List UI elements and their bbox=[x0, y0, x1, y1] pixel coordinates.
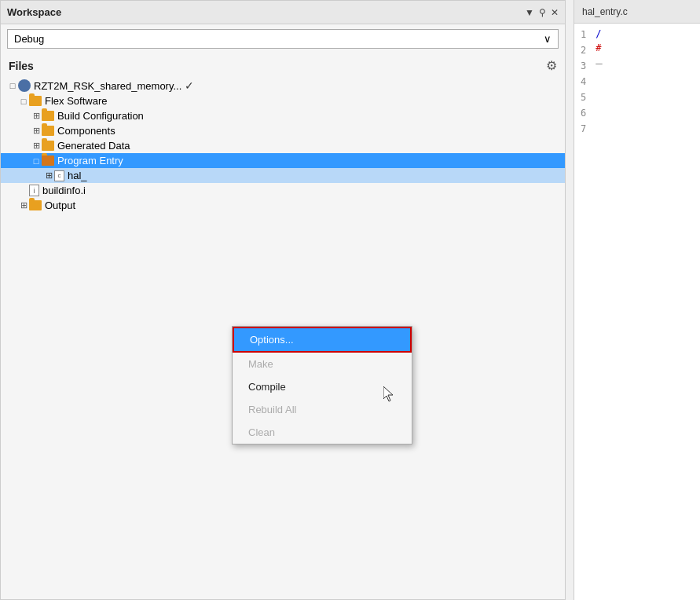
buildinfo-label: buildinfo.i bbox=[42, 185, 86, 196]
code-content-area: 1 2 3 4 5 6 7 / # — bbox=[574, 24, 700, 140]
line-numbers: 1 2 3 4 5 6 7 bbox=[574, 24, 592, 140]
debug-dropdown-arrow: ∨ bbox=[544, 33, 552, 45]
expand-icon-generated[interactable]: ⊞ bbox=[31, 141, 42, 151]
line-num-6: 6 bbox=[574, 105, 592, 121]
close-icon[interactable]: ✕ bbox=[551, 7, 559, 18]
file-icon-hal: c bbox=[54, 170, 64, 181]
options-label: Options... bbox=[250, 334, 294, 346]
code-line-7 bbox=[596, 114, 602, 128]
code-editor-panel: hal_entry.c 1 2 3 4 5 6 7 / # — bbox=[574, 0, 700, 600]
tree-item-program-entry[interactable]: □ Program Entry bbox=[1, 153, 565, 168]
code-line-6 bbox=[596, 100, 602, 114]
expand-icon-build[interactable]: ⊞ bbox=[31, 111, 42, 121]
workspace-panel: Workspace ▼ ⚲ ✕ Debug ∨ Files ⚙ □ RZT2M_… bbox=[0, 0, 566, 600]
context-menu-item-options[interactable]: Options... bbox=[234, 328, 410, 351]
project-icon bbox=[18, 79, 31, 92]
output-label: Output bbox=[45, 199, 75, 211]
line-num-7: 7 bbox=[574, 121, 592, 137]
tree-item-generated-data[interactable]: ⊞ Generated Data bbox=[1, 138, 565, 153]
title-bar: Workspace ▼ ⚲ ✕ bbox=[1, 1, 565, 24]
minus-sign: — bbox=[596, 57, 602, 69]
generated-data-label: Generated Data bbox=[57, 140, 130, 152]
expand-icon-flex[interactable]: □ bbox=[18, 97, 29, 106]
files-settings-icon[interactable]: ⚙ bbox=[546, 58, 557, 73]
workspace-title: Workspace bbox=[7, 6, 61, 18]
code-line-2: # bbox=[596, 41, 602, 55]
components-label: Components bbox=[57, 125, 115, 137]
tree-item-flex-software[interactable]: □ Flex Software bbox=[1, 93, 565, 108]
clean-label: Clean bbox=[248, 426, 275, 438]
folder-icon-flex bbox=[29, 96, 42, 106]
expand-icon-output[interactable]: ⊞ bbox=[18, 200, 29, 210]
flex-software-label: Flex Software bbox=[45, 95, 107, 107]
title-bar-icons: ▼ ⚲ ✕ bbox=[525, 7, 559, 18]
rebuild-label: Rebuild All bbox=[248, 404, 296, 415]
hal-entry-label: hal_ bbox=[68, 170, 87, 181]
context-menu-item-make: Make bbox=[233, 353, 412, 375]
expand-icon-components[interactable]: ⊞ bbox=[31, 126, 42, 136]
workspace-title-area: Workspace bbox=[7, 6, 61, 18]
options-highlight-border: Options... bbox=[233, 327, 412, 353]
pin-icon[interactable]: ⚲ bbox=[539, 7, 546, 18]
build-config-label: Build Configuration bbox=[57, 110, 144, 122]
program-entry-label: Program Entry bbox=[57, 155, 123, 166]
project-root-label: RZT2M_RSK_shared_memory... bbox=[34, 80, 181, 92]
code-line-1: / bbox=[596, 27, 602, 41]
tree-item-project-root[interactable]: □ RZT2M_RSK_shared_memory... ✓ bbox=[1, 78, 565, 93]
folder-icon-components bbox=[42, 126, 54, 136]
code-tab[interactable]: hal_entry.c bbox=[574, 0, 700, 24]
make-label: Make bbox=[248, 358, 273, 370]
debug-dropdown-label: Debug bbox=[14, 33, 44, 45]
tree-item-components[interactable]: ⊞ Components bbox=[1, 123, 565, 138]
code-line-5 bbox=[596, 86, 602, 100]
code-lines: / # — bbox=[592, 24, 605, 140]
expand-icon-root[interactable]: □ bbox=[7, 81, 18, 90]
code-line-4 bbox=[596, 71, 602, 86]
context-menu-item-rebuild: Rebuild All bbox=[233, 398, 412, 421]
folder-icon-build bbox=[42, 111, 54, 121]
line-num-5: 5 bbox=[574, 90, 592, 105]
compile-label: Compile bbox=[248, 381, 286, 393]
tree-item-buildinfo[interactable]: □ i buildinfo.i bbox=[1, 183, 565, 198]
files-title: Files bbox=[9, 60, 34, 72]
context-menu: Options... Make Compile Rebuild All Clea… bbox=[232, 326, 412, 445]
files-header: Files ⚙ bbox=[1, 53, 565, 76]
folder-icon-output bbox=[29, 200, 42, 210]
tree-view: □ RZT2M_RSK_shared_memory... ✓ □ Flex So… bbox=[1, 76, 565, 214]
code-line-3: — bbox=[596, 55, 602, 71]
line-num-4: 4 bbox=[574, 74, 592, 90]
expand-icon-hal[interactable]: ⊞ bbox=[43, 170, 54, 181]
file-icon-buildinfo: i bbox=[29, 185, 39, 196]
line-num-1: 1 bbox=[574, 27, 592, 42]
line-num-2: 2 bbox=[574, 42, 592, 58]
line-num-3: 3 bbox=[574, 58, 592, 74]
tree-item-build-config[interactable]: ⊞ Build Configuration bbox=[1, 108, 565, 123]
expand-icon-program[interactable]: □ bbox=[31, 156, 42, 166]
check-mark-root: ✓ bbox=[185, 79, 194, 92]
debug-dropdown[interactable]: Debug ∨ bbox=[7, 29, 559, 49]
dropdown-icon[interactable]: ▼ bbox=[525, 7, 534, 18]
tree-item-hal-entry[interactable]: ⊞ c hal_ bbox=[1, 168, 565, 183]
context-menu-item-compile[interactable]: Compile bbox=[233, 375, 412, 398]
folder-icon-program bbox=[42, 155, 54, 166]
tree-item-output[interactable]: ⊞ Output bbox=[1, 198, 565, 213]
folder-icon-generated bbox=[42, 141, 54, 151]
context-menu-item-clean: Clean bbox=[233, 421, 412, 444]
code-tab-title: hal_entry.c bbox=[582, 6, 628, 17]
